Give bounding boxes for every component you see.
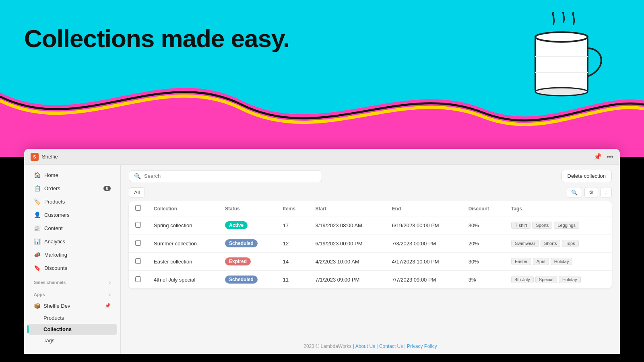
tag: Special [535,276,557,283]
row-discount: 30% [462,216,505,234]
search-input[interactable] [144,173,317,179]
table-row: Spring collection Active 17 3/19/2023 08… [129,216,612,234]
sidebar-item-analytics[interactable]: 📊 Analytics [27,235,117,248]
sidebar-item-marketing[interactable]: 📣 Marketing [27,248,117,261]
sort-btn[interactable]: ↕ [601,187,612,198]
row-collection: Summer collection [147,234,219,253]
tag: Holiday [559,276,581,283]
col-discount: Discount [462,201,505,216]
row-items: 14 [277,253,309,271]
svg-point-1 [535,32,588,42]
table-row: Summer collection Scheduled 12 6/19/2023… [129,234,612,253]
row-checkbox-cell[interactable] [129,234,147,253]
tag: April [533,258,549,265]
sidebar-item-customers[interactable]: 👤 Customers [27,208,117,221]
footer-privacy-link[interactable]: Privacy Policy [407,343,437,349]
tab-all[interactable]: All [129,187,145,197]
tag: T-shirt [511,222,531,229]
svg-rect-0 [535,36,588,93]
row-collection: 4th of July special [147,271,219,289]
filter-tabs: All 🔍 ⚙ ↕ [121,187,620,201]
sidebar-sub-tags[interactable]: Tags [27,335,117,346]
main-content: 🔍 Delete collection All 🔍 ⚙ ↕ [121,165,620,354]
footer-contact-link[interactable]: Contact Us [379,343,403,349]
sub-products-label: Products [43,315,64,321]
row-items: 12 [277,234,309,253]
sidebar-label-marketing: Marketing [44,252,67,258]
delete-collection-button[interactable]: Delete collection [561,170,612,182]
row-end: 4/17/2023 10:00 PM [386,253,462,271]
sidebar-item-home[interactable]: 🏠 Home [27,169,117,181]
select-all-checkbox[interactable] [135,205,141,211]
row-start: 6/19/2023 00:00 PM [309,234,386,253]
tag: Tops [562,240,578,247]
row-checkbox-cell[interactable] [129,253,147,271]
row-end: 7/3/2023 00:00 PM [386,234,462,253]
row-discount: 30% [462,253,505,271]
search-box[interactable]: 🔍 [129,170,322,182]
status-badge: Scheduled [225,239,258,247]
row-tags: 4th JulySpecialHoliday [505,271,612,289]
sidebar-item-products[interactable]: 🏷️ Products [27,195,117,208]
row-end: 7/7/2023 09:00 PM [386,271,462,289]
tag: Holiday [551,258,573,265]
status-badge: Active [225,221,248,229]
content-area: 🏠 Home 📋 Orders 8 🏷️ Products 👤 Customer… [24,165,620,354]
table-row: 4th of July special Scheduled 11 7/1/202… [129,271,612,289]
row-collection: Spring collection [147,216,219,234]
tag: Sports [532,222,552,229]
row-checkbox-cell[interactable] [129,216,147,234]
status-badge: Scheduled [225,276,258,284]
filter-btn[interactable]: ⚙ [584,187,598,198]
more-icon[interactable]: ••• [607,153,613,160]
sidebar-label-home: Home [44,172,58,178]
sidebar-sub-products[interactable]: Products [27,313,117,323]
hero-title: Collections made easy. [24,24,289,53]
row-status: Active [219,216,277,234]
sidebar-label-customers: Customers [44,212,70,218]
sidebar-label-discounts: Discounts [44,265,67,271]
row-checkbox-cell[interactable] [129,271,147,289]
products-icon: 🏷️ [34,198,40,205]
col-end: End [386,201,462,216]
row-collection: Easter collection [147,253,219,271]
title-bar-right: 📌 ••• [594,153,613,160]
row-discount: 20% [462,234,505,253]
analytics-icon: 📊 [34,238,40,245]
apps-label: Apps [34,292,45,297]
sidebar-item-discounts[interactable]: 🔖 Discounts [27,261,117,274]
sales-channels-section[interactable]: Sales channels › [24,275,120,287]
col-items: Items [277,201,309,216]
tag: Easter [511,258,531,265]
sales-channels-expand-icon: › [109,280,111,285]
marketing-icon: 📣 [34,251,40,258]
app-frame: S Shelfie 📌 ••• 🏠 Home 📋 Orders 8 🏷️ P [24,149,620,354]
col-collection: Collection [147,201,219,216]
pin-icon[interactable]: 📌 [594,153,602,160]
col-status: Status [219,201,277,216]
row-start: 4/2/2023 10:00 AM [309,253,386,271]
sidebar-label-products: Products [44,199,65,205]
sidebar-app-label: Shelfie Dev [43,303,70,309]
row-checkbox[interactable] [135,276,141,282]
row-checkbox[interactable] [135,222,141,228]
search-filter-btn[interactable]: 🔍 [567,187,582,198]
sidebar-item-orders[interactable]: 📋 Orders 8 [27,182,117,195]
orders-icon: 📋 [34,185,40,191]
sub-tags-label: Tags [43,337,54,343]
svg-point-2 [535,88,588,96]
footer-about-link[interactable]: About Us [355,343,375,349]
row-tags: T-shirtSportsLeggings [505,216,612,234]
checkbox-header[interactable] [129,201,147,216]
discounts-icon: 🔖 [34,265,40,271]
collections-table: Collection Status Items Start End Discou… [129,201,612,288]
apps-section[interactable]: Apps › [24,287,120,299]
sub-collections-label: Collections [43,326,72,332]
sidebar-sub-collections[interactable]: Collections [27,324,117,335]
row-checkbox[interactable] [135,258,141,264]
content-icon: 📰 [34,225,40,231]
row-checkbox[interactable] [135,240,141,246]
row-discount: 3% [462,271,505,289]
sidebar-app-shelfie-dev[interactable]: 📦 Shelfie Dev 📌 [27,299,117,312]
sidebar-item-content[interactable]: 📰 Content [27,222,117,234]
